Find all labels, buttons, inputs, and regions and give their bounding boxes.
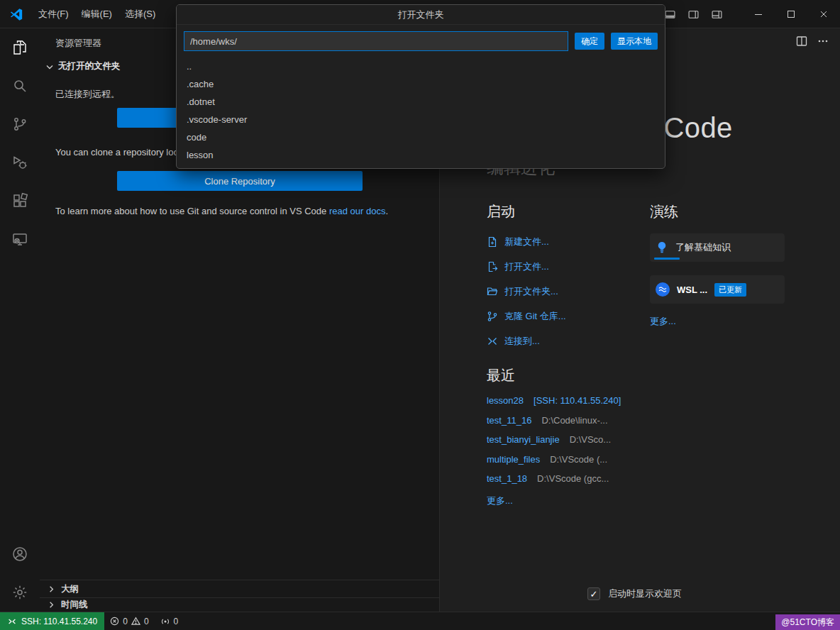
new-file-label: 新建文件... (504, 236, 549, 248)
clone-git-repo-link[interactable]: 克隆 Git 仓库... (487, 309, 657, 324)
recent-path: D:\VSco... (570, 434, 612, 445)
vscode-window: 文件(F) 编辑(E) 选择(S) (0, 0, 840, 630)
recent-link[interactable]: test_1_18 (487, 473, 527, 484)
broadcast-icon (160, 617, 170, 626)
open-folder-dialog: 打开文件夹 确定 显示本地 .. .cache .dotnet .vscode-… (176, 4, 665, 169)
chevron-right-icon (47, 585, 56, 594)
recent-link[interactable]: multiple_files (487, 454, 540, 465)
run-debug-icon[interactable] (0, 143, 40, 182)
remote-connect-icon (487, 336, 498, 347)
show-local-button[interactable]: 显示本地 (611, 33, 658, 50)
section-no-folder-label: 无打开的文件夹 (58, 60, 121, 72)
list-item[interactable]: .. (177, 57, 665, 75)
explorer-icon[interactable] (0, 28, 40, 67)
folder-path-input[interactable] (184, 31, 568, 51)
connect-to-link[interactable]: 连接到... (487, 333, 657, 348)
51cto-watermark: @51CTO博客 (775, 614, 840, 630)
docs-suffix: . (385, 206, 388, 216)
new-file-icon (487, 236, 498, 248)
walkthrough-card-fundamentals[interactable]: 了解基础知识 (650, 233, 785, 262)
walkthrough-card-wsl[interactable]: WSL ... 已更新 (650, 275, 785, 304)
remote-indicator-label: SSH: 110.41.55.240 (21, 617, 97, 626)
source-control-icon[interactable] (0, 105, 40, 143)
clone-git-repo-label: 克隆 Git 仓库... (504, 310, 566, 323)
toggle-panel-icon[interactable] (665, 9, 675, 20)
open-file-link[interactable]: 打开文件... (487, 259, 657, 274)
dialog-folder-list: .. .cache .dotnet .vscode-server code le… (177, 56, 665, 168)
recent-link[interactable]: test_bianyi_lianjie (487, 434, 560, 445)
warning-icon (131, 617, 140, 626)
show-on-startup-checkbox[interactable] (587, 587, 600, 600)
extensions-icon[interactable] (0, 182, 40, 220)
minimize-button[interactable] (742, 0, 775, 28)
ok-button[interactable]: 确定 (575, 33, 604, 50)
list-item[interactable]: lesson (177, 146, 665, 164)
walkthrough-card-label: WSL ... (677, 284, 707, 295)
timeline-section-header[interactable]: 时间线 (40, 597, 439, 612)
close-button[interactable] (807, 0, 840, 28)
ports-indicator[interactable]: 0 (155, 612, 184, 630)
accounts-icon[interactable] (0, 535, 40, 573)
problems-indicator[interactable]: 0 0 (104, 612, 154, 630)
list-item[interactable]: code (177, 128, 665, 146)
chevron-right-icon (47, 600, 56, 609)
split-editor-icon[interactable] (796, 35, 807, 47)
customize-layout-icon[interactable] (712, 9, 722, 20)
list-item[interactable]: .cache (177, 75, 665, 93)
recent-path: D:\VScode (... (550, 454, 607, 465)
start-section: 启动 新建文件... 打开文件... 打开文件夹... 克隆 Git 仓库... (487, 202, 657, 358)
recent-item: test_1_18 D:\VScode (gcc... (487, 473, 700, 493)
chevron-down-icon (45, 62, 55, 72)
recent-item: lesson28 [SSH: 110.41.55.240] (487, 395, 700, 415)
docs-text: To learn more about how to use Git and s… (55, 206, 329, 216)
walkthroughs-more-link[interactable]: 更多... (650, 315, 792, 328)
walkthroughs-heading: 演练 (650, 202, 792, 221)
recent-list: lesson28 [SSH: 110.41.55.240] test_11_16… (487, 395, 700, 507)
more-actions-icon[interactable] (817, 35, 829, 47)
remote-explorer-icon[interactable] (0, 220, 40, 258)
recent-link[interactable]: lesson28 (487, 395, 524, 406)
remote-indicator-icon (7, 617, 17, 626)
toggle-secondary-sidebar-icon[interactable] (688, 9, 699, 20)
walkthroughs-section: 演练 了解基础知识 WSL ... 已更新 更多... (650, 202, 792, 328)
settings-gear-icon[interactable] (0, 573, 40, 612)
open-folder-link[interactable]: 打开文件夹... (487, 284, 657, 299)
recent-more-link[interactable]: 更多... (487, 494, 700, 507)
maximize-button[interactable] (775, 0, 807, 28)
walkthrough-card-label: 了解基础知识 (675, 241, 731, 254)
remote-indicator[interactable]: SSH: 110.41.55.240 (0, 612, 104, 630)
clone-hint-text: You can clone a repository locally. (55, 147, 194, 158)
section-no-folder[interactable]: 无打开的文件夹 (45, 60, 121, 72)
recent-link[interactable]: test_11_16 (487, 415, 531, 426)
outline-section-header[interactable]: 大纲 (40, 580, 439, 597)
recent-item: test_11_16 D:\Code\linux-... (487, 415, 700, 435)
show-on-startup-row[interactable]: 启动时显示欢迎页 (587, 587, 682, 600)
connect-to-label: 连接到... (504, 335, 540, 348)
lightbulb-icon (656, 241, 668, 254)
menu-selection[interactable]: 选择(S) (118, 5, 162, 23)
vscode-logo-icon (9, 7, 23, 21)
clone-repository-button[interactable]: Clone Repository (117, 171, 363, 191)
activity-bar (0, 28, 40, 612)
list-item[interactable]: .dotnet (177, 93, 665, 111)
open-file-label: 打开文件... (504, 260, 549, 273)
error-icon (110, 617, 119, 626)
recent-section: 最近 lesson28 [SSH: 110.41.55.240] test_11… (487, 366, 700, 507)
recent-item: test_bianyi_lianjie D:\VSco... (487, 434, 700, 454)
menu-edit[interactable]: 编辑(E) (75, 5, 118, 23)
show-on-startup-label: 启动时显示欢迎页 (608, 587, 682, 600)
list-item[interactable]: .vscode-server (177, 111, 665, 128)
open-file-icon (487, 261, 498, 272)
menu-file[interactable]: 文件(F) (32, 5, 75, 23)
new-file-link[interactable]: 新建文件... (487, 234, 657, 249)
start-list: 新建文件... 打开文件... 打开文件夹... 克隆 Git 仓库... 连接… (487, 234, 657, 348)
walkthrough-progress-bar (654, 258, 680, 260)
ports-count: 0 (174, 617, 179, 626)
git-docs-paragraph: To learn more about how to use Git and s… (55, 204, 427, 219)
error-count: 0 (123, 617, 128, 626)
recent-path: D:\Code\linux-... (541, 415, 607, 426)
updated-badge: 已更新 (714, 283, 746, 297)
read-our-docs-link[interactable]: read our docs (329, 206, 386, 216)
search-icon[interactable] (0, 67, 40, 105)
dialog-title[interactable]: 打开文件夹 (177, 5, 665, 25)
